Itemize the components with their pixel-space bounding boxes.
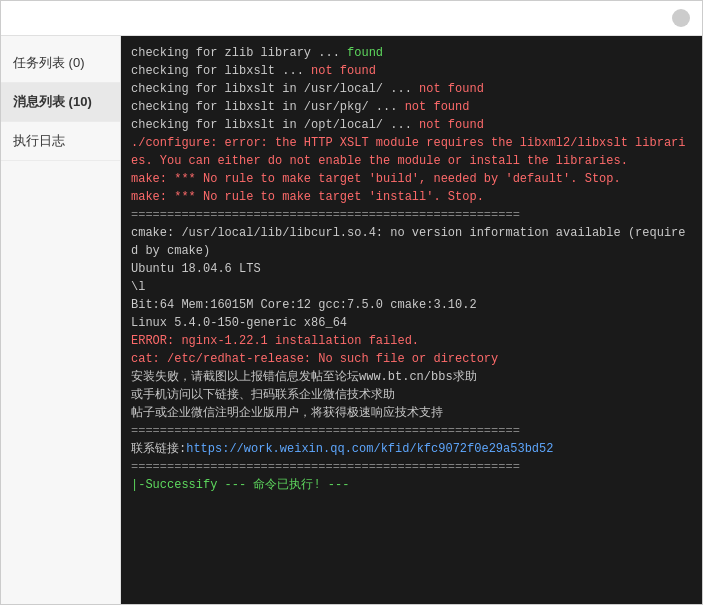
terminal-line: cat: /etc/redhat-release: No such file o… bbox=[131, 350, 692, 368]
terminal-line: Ubuntu 18.04.6 LTS bbox=[131, 260, 692, 278]
terminal-line: 帖子或企业微信注明企业版用户，将获得极速响应技术支持 bbox=[131, 404, 692, 422]
content-area: checking for zlib library ... foundcheck… bbox=[121, 36, 702, 604]
terminal-line: checking for libxslt in /opt/local/ ... … bbox=[131, 116, 692, 134]
terminal-line: make: *** No rule to make target 'instal… bbox=[131, 188, 692, 206]
title-bar bbox=[1, 1, 702, 36]
terminal-line: cmake: /usr/local/lib/libcurl.so.4: no v… bbox=[131, 224, 692, 260]
terminal-line: ./configure: error: the HTTP XSLT module… bbox=[131, 134, 692, 170]
terminal-line: ========================================… bbox=[131, 458, 692, 476]
terminal-line: Bit:64 Mem:16015M Core:12 gcc:7.5.0 cmak… bbox=[131, 296, 692, 314]
sidebar: 任务列表 (0)消息列表 (10)执行日志 bbox=[1, 36, 121, 604]
terminal-line: Linux 5.4.0-150-generic x86_64 bbox=[131, 314, 692, 332]
terminal-line: 联系链接:https://work.weixin.qq.com/kfid/kfc… bbox=[131, 440, 692, 458]
terminal-line: ========================================… bbox=[131, 206, 692, 224]
window: 任务列表 (0)消息列表 (10)执行日志 checking for zlib … bbox=[0, 0, 703, 605]
terminal-line: 或手机访问以下链接、扫码联系企业微信技术求助 bbox=[131, 386, 692, 404]
terminal-line: ========================================… bbox=[131, 422, 692, 440]
terminal-line: 安装失败，请截图以上报错信息发帖至论坛www.bt.cn/bbs求助 bbox=[131, 368, 692, 386]
terminal-line: checking for libxslt in /usr/pkg/ ... no… bbox=[131, 98, 692, 116]
terminal-line: checking for libxslt ... not found bbox=[131, 62, 692, 80]
sidebar-item-message-list[interactable]: 消息列表 (10) bbox=[1, 83, 120, 122]
sidebar-item-task-list[interactable]: 任务列表 (0) bbox=[1, 44, 120, 83]
terminal-output[interactable]: checking for zlib library ... foundcheck… bbox=[121, 36, 702, 604]
terminal-line: checking for zlib library ... found bbox=[131, 44, 692, 62]
sidebar-item-exec-log[interactable]: 执行日志 bbox=[1, 122, 120, 161]
terminal-line: make: *** No rule to make target 'build'… bbox=[131, 170, 692, 188]
terminal-line: checking for libxslt in /usr/local/ ... … bbox=[131, 80, 692, 98]
terminal-line: \l bbox=[131, 278, 692, 296]
close-button[interactable] bbox=[672, 9, 690, 27]
terminal-line: ERROR: nginx-1.22.1 installation failed. bbox=[131, 332, 692, 350]
main-content: 任务列表 (0)消息列表 (10)执行日志 checking for zlib … bbox=[1, 36, 702, 604]
terminal-line: |-Successify --- 命令已执行! --- bbox=[131, 476, 692, 494]
